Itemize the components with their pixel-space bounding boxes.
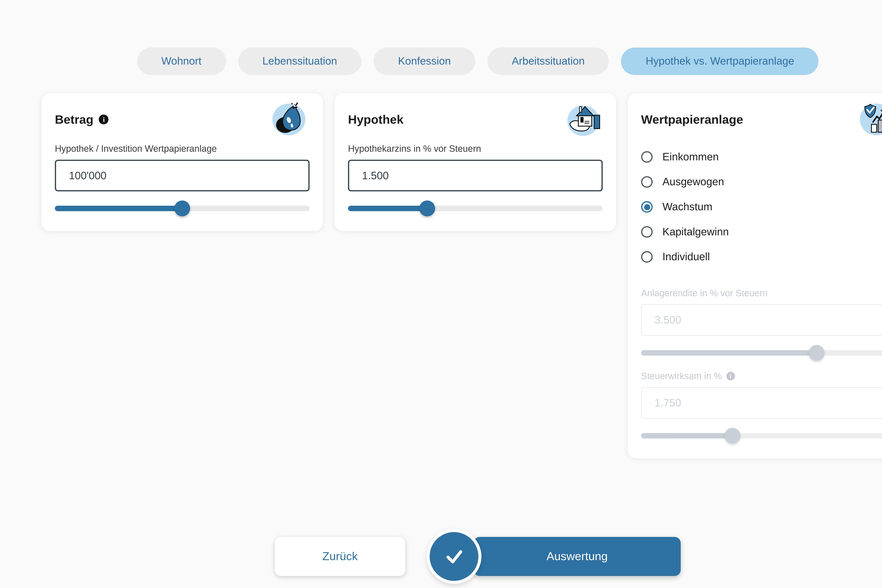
anlagerendite-label: Anlagerendite in % vor Steuern xyxy=(641,288,882,298)
hypothek-card-title: Hypothek xyxy=(348,112,404,126)
tab-konfession[interactable]: Konfession xyxy=(374,48,475,75)
betrag-slider-thumb[interactable] xyxy=(174,201,190,216)
tab-hypothek-vs-wertpapieranlage[interactable]: Hypothek vs. Wertpapieranlage xyxy=(621,48,819,75)
betrag-card: Betrag i Hypothek / Investition Wertp xyxy=(42,93,323,231)
hypothek-title-text: Hypothek xyxy=(348,112,404,126)
hypothek-field-label: Hypothekarzins in % vor Steuern xyxy=(348,143,603,154)
radio-wachstum[interactable]: Wachstum xyxy=(641,194,882,219)
calculator-page: Wohnort Lebenssituation Konfession Arbei… xyxy=(0,0,882,588)
radio-einkommen[interactable]: Einkommen xyxy=(641,144,882,170)
radio-circle[interactable] xyxy=(641,176,652,188)
anlagerendite-input[interactable] xyxy=(641,304,882,336)
tab-arbeitssituation[interactable]: Arbeitssituation xyxy=(488,48,609,75)
check-icon[interactable] xyxy=(426,529,482,584)
radio-circle[interactable] xyxy=(641,151,652,163)
back-button[interactable]: Zurück xyxy=(275,537,405,576)
auswertung-button[interactable]: Auswertung xyxy=(474,537,681,576)
hypothek-card: Hypothek Hypothekarzins in % vor S xyxy=(334,93,616,231)
tab-lebenssituation[interactable]: Lebenssituation xyxy=(238,48,362,75)
radio-circle[interactable] xyxy=(641,226,652,238)
footer-actions: Zurück Auswertung xyxy=(0,537,882,576)
wizard-tabs: Wohnort Lebenssituation Konfession Arbei… xyxy=(0,0,882,75)
strategy-radio-group: Einkommen Ausgewogen Wachstum Kapitalgew… xyxy=(641,144,882,269)
wertpapieranlage-card-title: Wertpapieranlage xyxy=(641,112,743,126)
betrag-card-title: Betrag i xyxy=(55,112,109,126)
betrag-title-text: Betrag xyxy=(55,112,93,126)
steuerwirksam-label: Steuerwirksam in % i xyxy=(641,370,882,381)
anlagerendite-slider[interactable] xyxy=(641,345,882,361)
radio-kapitalgewinn[interactable]: Kapitalgewinn xyxy=(641,219,882,244)
wertpapieranlage-card: Wertpapieranlage xyxy=(628,93,882,458)
betrag-field-label: Hypothek / Investition Wertpapieranlage xyxy=(55,143,310,154)
hypothekarzins-input[interactable] xyxy=(348,160,603,191)
house-hand-icon xyxy=(564,102,603,137)
radio-individuell[interactable]: Individuell xyxy=(641,244,882,269)
anlagerendite-slider-thumb[interactable] xyxy=(809,345,825,361)
money-bag-icon xyxy=(271,102,310,137)
wertpapieranlage-title-text: Wertpapieranlage xyxy=(641,112,743,126)
tab-wohnort[interactable]: Wohnort xyxy=(137,48,226,75)
betrag-input[interactable] xyxy=(55,160,310,191)
radio-circle-selected[interactable] xyxy=(641,201,652,213)
info-icon-gray[interactable]: i xyxy=(726,372,735,380)
steuerwirksam-slider-thumb[interactable] xyxy=(725,428,741,444)
cards-row: Betrag i Hypothek / Investition Wertp xyxy=(0,75,882,458)
steuerwirksam-input[interactable] xyxy=(641,387,882,419)
hypothekarzins-slider-thumb[interactable] xyxy=(419,201,435,216)
info-icon[interactable]: i xyxy=(99,114,109,124)
shield-chart-icon xyxy=(857,102,882,137)
radio-circle[interactable] xyxy=(641,251,652,262)
hypothekarzins-slider[interactable] xyxy=(348,201,603,216)
radio-ausgewogen[interactable]: Ausgewogen xyxy=(641,170,882,194)
betrag-slider[interactable] xyxy=(55,201,310,216)
steuerwirksam-slider[interactable] xyxy=(641,428,882,444)
